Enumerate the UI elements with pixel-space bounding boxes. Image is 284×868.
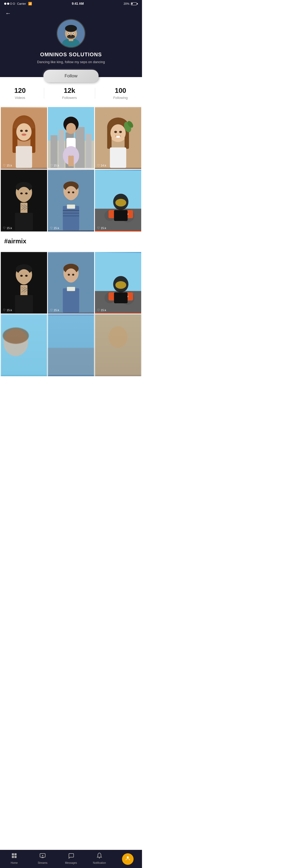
profile-bio: Dancing like king, follow my seps on dan…	[37, 60, 105, 64]
svg-point-46	[115, 131, 117, 133]
heart-icon: ♡	[3, 308, 6, 312]
svg-point-47	[119, 131, 122, 133]
svg-point-21	[25, 130, 28, 132]
following-count: 100	[115, 87, 126, 95]
svg-rect-23	[16, 146, 32, 168]
svg-rect-69	[63, 213, 79, 214]
svg-rect-43	[107, 126, 112, 149]
carrier-text: Carrier	[17, 2, 26, 5]
svg-point-63	[65, 186, 77, 200]
svg-point-83	[18, 269, 31, 284]
videos-count: 120	[14, 87, 26, 95]
hashtag-like-1: ♡ 15.k	[3, 308, 12, 312]
hashtag-thumb-4[interactable]	[1, 314, 47, 376]
like-count: 15.k	[7, 309, 12, 312]
video-like-3: ♡ 14.k	[97, 164, 106, 167]
battery-icon	[131, 2, 138, 5]
svg-point-10	[70, 35, 72, 36]
svg-point-4	[65, 25, 77, 32]
svg-rect-49	[110, 148, 126, 168]
svg-rect-95	[67, 287, 75, 291]
svg-rect-66	[63, 206, 79, 230]
svg-point-9	[73, 33, 74, 34]
video-thumb-2[interactable]: ♡ 15.k	[48, 107, 94, 169]
dot-2	[7, 3, 9, 5]
svg-point-56	[20, 192, 23, 194]
svg-rect-70	[63, 215, 79, 216]
heart-icon: ♡	[3, 226, 6, 230]
following-label: Following	[113, 96, 128, 100]
avatar-image	[57, 20, 85, 47]
svg-point-8	[68, 33, 69, 34]
dot-1	[4, 3, 6, 5]
like-count: 15.k	[7, 164, 12, 167]
svg-point-111	[108, 326, 128, 348]
video-thumb-5[interactable]: ♡ 15.k	[48, 169, 94, 231]
svg-point-107	[3, 328, 29, 344]
hashtag-like-2: ♡ 15.k	[50, 308, 59, 312]
svg-rect-68	[63, 210, 79, 211]
video-grid: ♡ 15.k	[0, 106, 142, 232]
svg-point-35	[66, 123, 76, 134]
hashtag-like-3: ♡ 15.k	[97, 308, 106, 312]
svg-rect-30	[86, 134, 92, 168]
follow-btn-wrapper: Follow	[43, 70, 98, 82]
video-like-1: ♡ 15.k	[3, 164, 12, 167]
status-bar: Carrier 📶 9:41 AM 20%	[0, 0, 142, 7]
svg-point-12	[71, 35, 74, 37]
hashtag-video-grid: ♡ 15.k ♡ 15.k	[0, 251, 142, 377]
video-like-6: ♡ 15.k	[97, 226, 106, 230]
heart-icon: ♡	[3, 164, 6, 167]
hashtag-thumb-5[interactable]	[48, 314, 94, 376]
status-time: 9:41 AM	[72, 2, 84, 5]
svg-point-57	[25, 192, 28, 194]
like-count: 15.k	[54, 164, 59, 167]
profile-header: ←	[0, 7, 142, 77]
svg-rect-39	[71, 156, 74, 166]
video-thumb-4[interactable]: ♡ 15.k	[1, 169, 47, 231]
videos-label: Videos	[15, 96, 25, 100]
stat-videos: 120 Videos	[14, 87, 26, 100]
like-count: 15.k	[54, 226, 59, 229]
wifi-icon: 📶	[28, 2, 32, 5]
svg-point-11	[68, 35, 71, 37]
svg-rect-26	[51, 135, 57, 168]
like-count: 14.k	[101, 164, 106, 167]
heart-icon: ♡	[50, 226, 53, 230]
hashtag-thumb-2[interactable]: ♡ 15.k	[48, 252, 94, 314]
like-count: 15.k	[101, 309, 106, 312]
video-like-4: ♡ 15.k	[3, 226, 12, 230]
svg-rect-27	[59, 130, 64, 168]
svg-point-22	[22, 134, 27, 136]
svg-rect-67	[67, 205, 75, 209]
svg-rect-109	[48, 348, 94, 375]
dot-3	[10, 3, 12, 5]
svg-point-65	[72, 191, 74, 193]
hashtag-thumb-1[interactable]: ♡ 15.k	[1, 252, 47, 314]
followers-label: Followers	[62, 96, 77, 100]
hashtag-section: #airmix	[0, 232, 142, 251]
heart-icon: ♡	[50, 308, 53, 312]
svg-point-45	[111, 124, 126, 142]
back-button[interactable]: ←	[5, 10, 11, 17]
hashtag-title: #airmix	[4, 238, 138, 245]
svg-rect-104	[114, 292, 128, 303]
svg-point-64	[68, 191, 70, 193]
like-count: 15.k	[54, 309, 59, 312]
hashtag-thumb-3[interactable]: 97 ♡ 15.k	[95, 252, 141, 314]
svg-rect-87	[15, 295, 33, 312]
svg-point-48	[116, 136, 120, 137]
stat-following: 100 Following	[113, 87, 128, 100]
video-thumb-6[interactable]: 97 ♡ 15.k	[95, 169, 141, 231]
video-like-2: ♡ 15.k	[50, 164, 59, 167]
stat-followers: 12k Followers	[62, 87, 77, 100]
svg-rect-79	[114, 210, 128, 221]
hashtag-thumb-6[interactable]	[95, 314, 141, 376]
avatar	[57, 19, 86, 48]
like-count: 15.k	[7, 226, 12, 229]
like-count: 15.k	[101, 226, 106, 229]
follow-button[interactable]: Follow	[43, 70, 98, 82]
video-thumb-1[interactable]: ♡ 15.k	[1, 107, 47, 169]
svg-point-92	[68, 274, 70, 275]
video-thumb-3[interactable]: ♡ 14.k	[95, 107, 141, 169]
